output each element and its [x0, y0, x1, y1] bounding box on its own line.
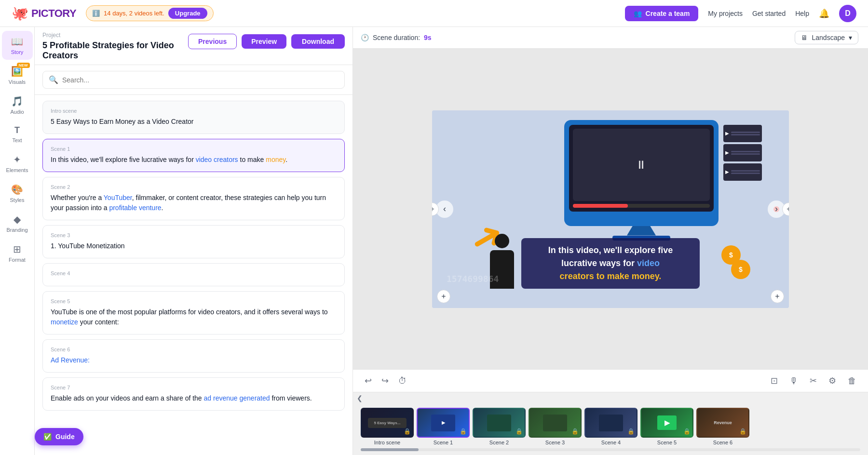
thumb-line — [731, 151, 760, 152]
thumb-lines-3 — [731, 170, 760, 174]
landscape-icon: 🖥 — [801, 34, 808, 41]
new-badge: NEW — [17, 63, 30, 68]
thumb-line — [731, 132, 760, 133]
scene-card-5[interactable]: Scene 5 YouTube is one of the most popul… — [42, 291, 345, 335]
get-started-link[interactable]: Get started — [752, 10, 786, 17]
download-button[interactable]: Download — [291, 34, 345, 49]
video-topbar: 🕐 Scene duration: 9s 🖥 Landscape ▾ — [353, 27, 868, 49]
timeline-thumb-6[interactable]: Revenue 🔒 Scene 6 — [696, 408, 749, 445]
scene6-label: Scene 6 — [51, 347, 337, 352]
undo-button[interactable]: ↩ — [363, 374, 374, 388]
timeline-thumb-2[interactable]: 🔒 Scene 2 — [473, 408, 526, 445]
lock-icon-3: 🔒 — [571, 428, 579, 435]
search-area: 🔍 — [35, 65, 353, 95]
help-link[interactable]: Help — [795, 10, 809, 17]
timeline-toggle[interactable]: ❮ — [353, 392, 868, 404]
video-progress — [573, 204, 710, 208]
timeline-thumb-3[interactable]: 🔒 Scene 3 — [529, 408, 582, 445]
scene-card-7[interactable]: Scene 7 Enable ads on your videos and ea… — [42, 377, 345, 411]
progress-fill — [573, 204, 628, 208]
timeline-thumb-5[interactable]: ▶ 🔒 Scene 5 — [640, 408, 693, 445]
scene-duration: 🕐 Scene duration: 9s — [361, 34, 432, 41]
sidebar-label-visuals: Visuals — [9, 79, 26, 85]
timeline-img-6: Revenue 🔒 — [696, 408, 749, 438]
video-preview-wrap: ➜ ⏸ — [353, 49, 868, 369]
video-watermark: 1574699864 — [447, 274, 499, 284]
scene2-highlight-2: profitable venture — [109, 204, 161, 212]
scene5-label: Scene 5 — [51, 298, 337, 304]
add-bottom-left-button[interactable]: + — [437, 290, 450, 303]
scene-card-6[interactable]: Scene 6 Ad Revenue: — [42, 339, 345, 373]
intro-label: Intro scene — [51, 108, 337, 114]
sidebar-item-elements[interactable]: ✦ Elements — [2, 149, 33, 178]
trial-badge: ℹ️ 14 days, 2 videos left. Upgrade — [86, 5, 213, 21]
monitor-stand — [627, 226, 656, 236]
scissors-button[interactable]: ✂ — [808, 374, 819, 388]
sidebar-item-branding[interactable]: ◆ Branding — [2, 209, 33, 238]
sidebar-label-elements: Elements — [6, 167, 28, 173]
scene7-highlight-1: ad revenue generated — [204, 394, 270, 402]
timeline-thumb-4[interactable]: 🔒 Scene 4 — [584, 408, 637, 445]
top-navigation: 🐙 PICTORY ℹ️ 14 days, 2 videos left. Upg… — [0, 0, 868, 27]
video-toolbar: ↩ ↪ ⏱ ⊡ 🎙 ✂ ⚙ 🗑 — [353, 369, 868, 392]
scene-card-1[interactable]: Scene 1 In this video, we'll explore fiv… — [42, 139, 345, 172]
lock-icon-intro: 🔒 — [404, 428, 411, 435]
search-input[interactable] — [62, 76, 339, 84]
timeline-scrollbar[interactable] — [361, 448, 860, 451]
toolbar-left: ↩ ↪ ⏱ — [363, 374, 409, 388]
intro-text: 5 Easy Ways to Earn Money as a Video Cre… — [51, 117, 337, 127]
scene-card-intro[interactable]: Intro scene 5 Easy Ways to Earn Money as… — [42, 101, 345, 134]
toggle-arrow-icon: ❮ — [357, 394, 363, 402]
thumb-lines-1 — [731, 132, 760, 135]
lock-icon-6: 🔒 — [739, 428, 746, 435]
sidebar-item-format[interactable]: ⊞ Format — [2, 239, 33, 268]
timeline-thumb-intro[interactable]: 5 Easy Ways... 🔒 Intro scene — [361, 408, 414, 445]
sidebar-thumb-3: ▶ — [723, 163, 762, 181]
my-projects-link[interactable]: My projects — [708, 10, 743, 17]
scene1-label: Scene 1 — [51, 146, 337, 152]
redo-button[interactable]: ↪ — [380, 374, 391, 388]
timeline-area: ❮ 5 Easy Ways... 🔒 Intro scene — [353, 392, 868, 455]
audio-icon: 🎵 — [11, 95, 23, 107]
sidebar-item-audio[interactable]: 🎵 Audio — [2, 91, 33, 120]
add-bottom-right-button[interactable]: + — [771, 290, 784, 303]
project-title: 5 Profitable Strategies for Video Creato… — [42, 40, 188, 61]
scene-card-2[interactable]: Scene 2 Whether you're a YouTuber, filmm… — [42, 177, 345, 220]
scene7-text: Enable ads on your videos and earn a sha… — [51, 393, 337, 403]
monitor-screen: ⏸ — [569, 125, 714, 212]
scene1-text: In this video, we'll explore five lucrat… — [51, 155, 337, 165]
preview-button[interactable]: Preview — [242, 34, 286, 49]
mic-button[interactable]: 🎙 — [787, 374, 800, 388]
previous-button[interactable]: Previous — [188, 34, 237, 49]
scene2-label: Scene 2 — [51, 184, 337, 190]
lock-icon-4: 🔒 — [627, 428, 635, 435]
logo-icon: 🐙 — [12, 5, 28, 21]
scene-card-3[interactable]: Scene 3 1. YouTube Monetization — [42, 225, 345, 258]
settings-button[interactable]: ⚙ — [827, 374, 838, 388]
upgrade-button[interactable]: Upgrade — [168, 8, 207, 19]
scene-card-4[interactable]: Scene 4 — [42, 263, 345, 286]
scene1-highlight-1: video creators — [196, 156, 238, 163]
sidebar-item-text[interactable]: T Text — [2, 120, 33, 148]
avatar[interactable]: D — [839, 5, 856, 22]
delete-button[interactable]: 🗑 — [846, 374, 858, 388]
scene5-text: YouTube is one of the most popular platf… — [51, 307, 337, 327]
search-icon: 🔍 — [49, 75, 58, 84]
sidebar-item-styles[interactable]: 🎨 Styles — [2, 179, 33, 208]
sidebar-label-story: Story — [11, 49, 24, 55]
text-icon: T — [14, 125, 20, 135]
landscape-select[interactable]: 🖥 Landscape ▾ — [795, 31, 858, 44]
video-preview: ➜ ⏸ — [432, 110, 789, 308]
timeline-img-4: 🔒 — [584, 408, 637, 438]
crop-button[interactable]: ⊡ — [769, 374, 780, 388]
sidebar-item-story[interactable]: 📖 Story — [2, 31, 33, 60]
timeline-thumb-1[interactable]: 👁 ▶ 🔒 Scene 1 — [417, 408, 470, 445]
notification-bell[interactable]: 🔔 — [819, 8, 829, 19]
thumb-play-1: ▶ — [725, 131, 729, 136]
search-wrap: 🔍 — [42, 71, 345, 89]
pause-icon: ⏸ — [636, 158, 647, 172]
guide-button[interactable]: ✅ Guide — [35, 428, 83, 445]
create-team-button[interactable]: 👥 Create a team — [625, 6, 699, 21]
sidebar-item-visuals[interactable]: NEW 🖼️ Visuals — [2, 61, 33, 90]
timer-button[interactable]: ⏱ — [396, 374, 409, 388]
